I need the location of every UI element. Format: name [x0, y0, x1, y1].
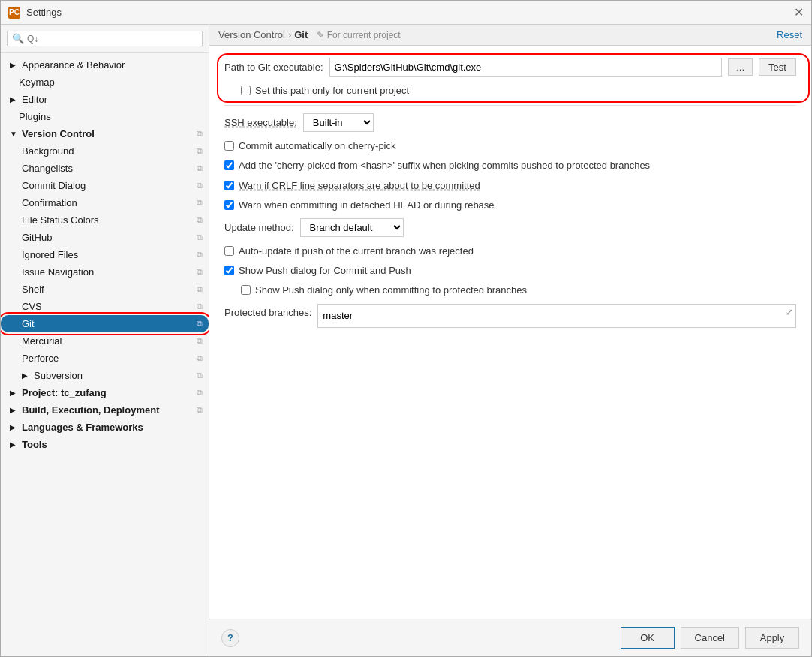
copy-icon: ⧉ [197, 146, 203, 156]
sidebar-item-label: Issue Navigation [22, 266, 94, 278]
sidebar-item-appearance[interactable]: ▶ Appearance & Behavior [1, 56, 209, 74]
sidebar-item-mercurial[interactable]: Mercurial ⧉ [1, 332, 209, 350]
auto-update-row: Auto-update if push of the current branc… [224, 244, 796, 258]
sidebar-item-label: Build, Execution, Deployment [22, 404, 159, 416]
search-box: 🔍 [1, 25, 209, 53]
browse-button[interactable]: ... [728, 58, 753, 76]
copy-icon: ⧉ [197, 267, 203, 277]
sidebar-item-label: Commit Dialog [22, 180, 86, 191]
sidebar-item-perforce[interactable]: Perforce ⧉ [1, 350, 209, 367]
sidebar-item-label: GitHub [22, 232, 52, 243]
detached-row: Warn when committing in detached HEAD or… [224, 199, 796, 212]
reset-link[interactable]: Reset [777, 29, 802, 40]
show-push-checkbox[interactable] [224, 266, 234, 275]
expand-icon[interactable]: ⤢ [786, 307, 793, 317]
set-path-checkbox[interactable] [241, 86, 251, 95]
update-method-row: Update method: Branch default Merge Reba… [224, 218, 796, 237]
show-push-row: Show Push dialog for Commit and Push [224, 264, 796, 278]
sidebar-item-tools[interactable]: ▶ Tools [1, 436, 209, 453]
divider [224, 105, 796, 106]
search-input[interactable] [27, 34, 197, 44]
breadcrumb-path1: Version Control [218, 29, 285, 40]
apply-button[interactable]: Apply [745, 627, 799, 649]
search-input-wrap[interactable]: 🔍 [7, 31, 203, 46]
sidebar-item-file-status-colors[interactable]: File Status Colors ⧉ [1, 212, 209, 229]
ssh-label: SSH executable: [224, 117, 297, 128]
help-button[interactable]: ? [221, 629, 239, 647]
bottom-bar: ? OK Cancel Apply [209, 619, 811, 656]
sidebar-item-github[interactable]: GitHub ⧉ [1, 229, 209, 246]
copy-icon: ⧉ [197, 232, 203, 242]
sidebar-item-label: File Status Colors [22, 214, 99, 226]
copy-icon: ⧉ [197, 250, 203, 260]
git-path-label: Path to Git executable: [224, 62, 323, 73]
sidebar-item-build[interactable]: ▶ Build, Execution, Deployment ⧉ [1, 401, 209, 418]
cancel-button[interactable]: Cancel [681, 627, 739, 649]
suffix-row: Add the 'cherry-picked from <hash>' suff… [224, 159, 796, 172]
sidebar-item-confirmation[interactable]: Confirmation ⧉ [1, 194, 209, 212]
breadcrumb-separator: › [288, 29, 291, 40]
main-content: 🔍 ▶ Appearance & Behavior Keymap ▶ Edito… [1, 25, 811, 656]
update-method-select[interactable]: Branch default Merge Rebase [300, 218, 404, 237]
detached-checkbox[interactable] [224, 200, 234, 210]
sidebar-item-commit-dialog[interactable]: Commit Dialog ⧉ [1, 177, 209, 194]
sidebar-item-issue-navigation[interactable]: Issue Navigation ⧉ [1, 263, 209, 280]
sidebar-item-label: Background [22, 146, 74, 157]
auto-update-label: Auto-update if push of the current branc… [239, 244, 474, 258]
sidebar-item-label: Changelists [22, 163, 73, 174]
sidebar-item-shelf[interactable]: Shelf ⧉ [1, 280, 209, 298]
suffix-checkbox[interactable] [224, 160, 234, 170]
crlf-checkbox[interactable] [224, 181, 234, 190]
test-button[interactable]: Test [759, 58, 796, 76]
sidebar-item-plugins[interactable]: Plugins [1, 108, 209, 125]
expand-arrow: ▼ [10, 130, 19, 138]
window-title: Settings [26, 7, 62, 18]
sidebar-item-languages[interactable]: ▶ Languages & Frameworks [1, 418, 209, 436]
sidebar-item-label: Mercurial [22, 335, 62, 346]
sidebar-item-subversion[interactable]: ▶ Subversion ⧉ [1, 367, 209, 384]
copy-icon: ⧉ [197, 370, 203, 380]
sidebar-item-label: Confirmation [22, 197, 77, 208]
dialog-buttons: OK Cancel Apply [621, 627, 799, 649]
sidebar-item-editor[interactable]: ▶ Editor [1, 91, 209, 108]
ssh-select[interactable]: Built-in [303, 113, 374, 132]
sidebar-item-changelists[interactable]: Changelists ⧉ [1, 160, 209, 177]
expand-arrow: ▶ [10, 440, 19, 448]
ok-button[interactable]: OK [621, 627, 675, 649]
crlf-row: Warn if CRLF line separators are about t… [224, 179, 796, 193]
app-icon: PC [8, 7, 20, 19]
sidebar-item-background[interactable]: Background ⧉ [1, 142, 209, 160]
right-panel-wrapper: Version Control › Git ✎ For current proj… [209, 25, 811, 656]
ssh-row: SSH executable: Built-in [224, 113, 796, 132]
copy-icon: ⧉ [197, 284, 203, 294]
breadcrumb: Version Control › Git ✎ For current proj… [218, 29, 401, 40]
breadcrumb-bar: Version Control › Git ✎ For current proj… [209, 25, 811, 46]
close-button[interactable]: ✕ [794, 7, 804, 19]
sidebar-item-label: Editor [22, 94, 47, 105]
sidebar-item-keymap[interactable]: Keymap [1, 74, 209, 91]
sidebar-item-ignored-files[interactable]: Ignored Files ⧉ [1, 246, 209, 263]
sidebar-item-version-control[interactable]: ▼ Version Control ⧉ [1, 125, 209, 142]
settings-window: PC Settings ✕ 🔍 ▶ Appearance & Behavior [0, 0, 812, 657]
sidebar-item-label: Perforce [22, 352, 59, 364]
sidebar-item-label: Ignored Files [22, 249, 78, 260]
titlebar: PC Settings ✕ [1, 1, 811, 25]
sidebar-item-label: Shelf [22, 284, 44, 295]
sidebar-item-label: Tools [22, 439, 47, 450]
sidebar-item-git[interactable]: Git ⧉ [1, 315, 209, 332]
copy-icon: ⧉ [197, 388, 203, 398]
git-path-input[interactable] [329, 58, 723, 76]
search-icon: 🔍 [12, 33, 24, 44]
protected-branches-label: Protected branches: [224, 304, 311, 318]
protected-branches-input[interactable] [317, 304, 796, 328]
auto-update-checkbox[interactable] [224, 246, 234, 256]
cherry-pick-label: Commit automatically on cherry-pick [239, 140, 396, 153]
sidebar-item-cvs[interactable]: CVS ⧉ [1, 298, 209, 315]
push-protected-checkbox[interactable] [241, 285, 251, 295]
show-push-label: Show Push dialog for Commit and Push [239, 264, 411, 278]
expand-arrow: ▶ [10, 423, 19, 431]
cherry-pick-checkbox[interactable] [224, 141, 234, 151]
suffix-label: Add the 'cherry-picked from <hash>' suff… [239, 159, 650, 172]
copy-icon: ⧉ [197, 353, 203, 363]
sidebar-item-project[interactable]: ▶ Project: tc_zufang ⧉ [1, 384, 209, 401]
